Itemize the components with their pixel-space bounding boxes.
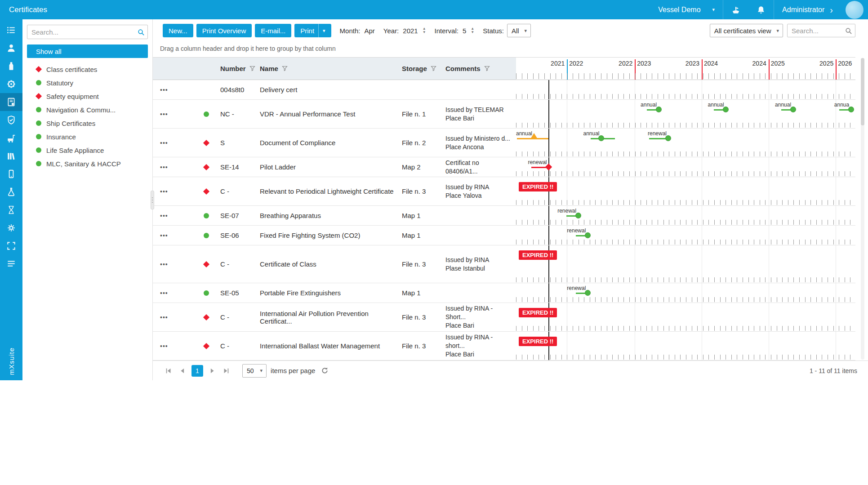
row-status bbox=[200, 206, 217, 225]
event-label: annua bbox=[834, 102, 849, 108]
sidebar-module-hourglass[interactable] bbox=[0, 201, 22, 219]
event-circle-marker[interactable] bbox=[848, 107, 854, 112]
table-row[interactable]: •••SDocument of ComplianceFile n. 2Issue… bbox=[153, 129, 855, 157]
page-number[interactable]: 1 bbox=[191, 365, 203, 377]
fleet-button[interactable] bbox=[723, 0, 748, 19]
table-row[interactable]: •••C -Relevant to Periodical Lightweight… bbox=[153, 177, 855, 206]
table-row[interactable]: •••004s8t0Delivery cert bbox=[153, 80, 855, 100]
header-comments[interactable]: Comments bbox=[442, 58, 516, 80]
table-row[interactable]: •••NC -VDR - Annual Performance TestFile… bbox=[153, 100, 855, 129]
row-menu-button[interactable]: ••• bbox=[153, 226, 183, 245]
prev-page-button[interactable] bbox=[178, 366, 187, 376]
sidebar-category[interactable]: Safety equipment bbox=[27, 89, 148, 103]
row-menu-button[interactable]: ••• bbox=[153, 283, 183, 303]
filter-icon[interactable] bbox=[484, 65, 490, 72]
search-icon[interactable] bbox=[841, 27, 855, 35]
table-row[interactable]: •••C -International Air Pollution Preven… bbox=[153, 303, 855, 332]
sidebar-module-lab[interactable] bbox=[0, 183, 22, 201]
sidebar-module-helm[interactable] bbox=[0, 75, 22, 93]
header-storage[interactable]: Storage bbox=[398, 58, 442, 80]
sidebar-category[interactable]: Ship Certificates bbox=[27, 116, 148, 130]
vessel-selector[interactable]: Vessel Demo ▾ bbox=[650, 0, 723, 19]
table-row[interactable]: •••SE-06Fixed Fire Fighting System (CO2)… bbox=[153, 226, 855, 245]
comment-line: Issued by Ministero d... bbox=[445, 134, 510, 143]
header-number[interactable]: Number bbox=[217, 58, 256, 80]
sidebar-module-supplies[interactable] bbox=[0, 57, 22, 75]
year-spinner[interactable]: ▲▼ bbox=[423, 27, 426, 34]
header-name[interactable]: Name bbox=[256, 58, 398, 80]
table-row[interactable]: •••SE-05Portable Fire ExtinguishersMap 1… bbox=[153, 283, 855, 303]
sidebar-module-menu[interactable] bbox=[0, 21, 22, 39]
row-menu-button[interactable]: ••• bbox=[153, 100, 183, 128]
toolbar-search-input[interactable] bbox=[788, 27, 841, 35]
header-number-label: Number bbox=[220, 65, 246, 72]
last-page-button[interactable] bbox=[221, 366, 231, 376]
sidebar-module-settings[interactable] bbox=[0, 219, 22, 237]
table-row[interactable]: •••C -Certificate of ClassFile n. 3Issue… bbox=[153, 245, 855, 283]
category-list: Class certificatesStatutorySafety equipm… bbox=[27, 62, 148, 170]
print-button[interactable]: Print ▾ bbox=[294, 24, 331, 37]
sidebar-module-list[interactable] bbox=[0, 255, 22, 273]
scrollbar-thumb[interactable] bbox=[861, 58, 864, 125]
view-select[interactable]: All certificates view ▾ bbox=[710, 24, 783, 37]
row-menu-button[interactable]: ••• bbox=[153, 206, 183, 225]
next-page-button[interactable] bbox=[207, 366, 217, 376]
event-circle-marker[interactable] bbox=[790, 107, 796, 112]
circle-marker-icon bbox=[36, 107, 41, 112]
interval-spinner[interactable]: ▲▼ bbox=[471, 27, 474, 34]
event-circle-marker[interactable] bbox=[656, 107, 662, 112]
filter-icon[interactable] bbox=[281, 65, 288, 72]
show-all-button[interactable]: Show all bbox=[27, 44, 148, 58]
event-circle-marker[interactable] bbox=[723, 107, 729, 112]
comment-line: Place Yalova bbox=[445, 191, 481, 200]
row-menu-button[interactable]: ••• bbox=[153, 80, 183, 99]
first-page-button[interactable] bbox=[164, 366, 174, 376]
search-icon[interactable] bbox=[134, 28, 147, 36]
vertical-scrollbar[interactable] bbox=[861, 58, 864, 360]
sidebar-module-library[interactable] bbox=[0, 147, 22, 165]
sidebar-module-shield[interactable] bbox=[0, 111, 22, 129]
row-menu-button[interactable]: ••• bbox=[153, 245, 183, 283]
event-circle-marker[interactable] bbox=[585, 290, 591, 296]
row-menu-button[interactable]: ••• bbox=[153, 303, 183, 331]
row-menu-button[interactable]: ••• bbox=[153, 129, 183, 157]
sidebar-category[interactable]: Life Safe Appliance bbox=[27, 143, 148, 157]
refresh-icon[interactable] bbox=[321, 367, 329, 374]
row-menu-button[interactable]: ••• bbox=[153, 177, 183, 205]
table-row[interactable]: •••SE-14Pilot LadderMap 2Certificat no 0… bbox=[153, 157, 855, 177]
sidebar-category[interactable]: Statutory bbox=[27, 76, 148, 89]
table-row[interactable]: •••C -International Ballast Water Manage… bbox=[153, 332, 855, 360]
sidebar-category[interactable]: Class certificates bbox=[27, 62, 148, 76]
user-menu[interactable]: Administrator › bbox=[774, 0, 841, 19]
email-button[interactable]: E-mail... bbox=[255, 24, 291, 37]
filter-icon[interactable] bbox=[249, 65, 256, 72]
sidebar-module-crew[interactable] bbox=[0, 39, 22, 57]
notifications-button[interactable] bbox=[748, 0, 774, 19]
sidebar-search-input[interactable] bbox=[27, 28, 134, 36]
sidebar-category[interactable]: Navigation & Commu... bbox=[27, 103, 148, 116]
event-circle-marker[interactable] bbox=[598, 135, 604, 141]
status-select[interactable]: All ▾ bbox=[507, 24, 531, 37]
event-circle-marker[interactable] bbox=[585, 232, 591, 238]
event-circle-marker[interactable] bbox=[575, 213, 581, 218]
filter-icon[interactable] bbox=[430, 65, 437, 72]
sidebar-category[interactable]: Insurance bbox=[27, 130, 148, 143]
row-menu-button[interactable]: ••• bbox=[153, 157, 183, 177]
print-overview-button[interactable]: Print Overview bbox=[196, 24, 252, 37]
header-menu-col bbox=[153, 58, 183, 80]
grid-header: Number Name Storage Comments bbox=[153, 57, 855, 80]
sidebar-module-expand[interactable] bbox=[0, 237, 22, 255]
table-row[interactable]: •••SE-07Breathing ApparatusMap 1renewal bbox=[153, 206, 855, 226]
sidebar-category[interactable]: MLC, Sanitary & HACCP bbox=[27, 157, 148, 170]
sidebar-module-certificates[interactable] bbox=[0, 93, 22, 111]
event-triangle-marker[interactable] bbox=[530, 133, 538, 139]
page-size-value: 50 bbox=[247, 367, 254, 374]
new-button[interactable]: New... bbox=[163, 24, 193, 37]
sidebar-module-hoist[interactable] bbox=[0, 129, 22, 147]
sidebar-module-mobile[interactable] bbox=[0, 165, 22, 183]
event-circle-marker[interactable] bbox=[665, 135, 671, 141]
row-menu-button[interactable]: ••• bbox=[153, 332, 183, 360]
page-size-select[interactable]: 50 ▾ bbox=[242, 364, 267, 378]
status-circle-icon bbox=[204, 290, 209, 296]
panel-splitter[interactable] bbox=[151, 191, 154, 209]
